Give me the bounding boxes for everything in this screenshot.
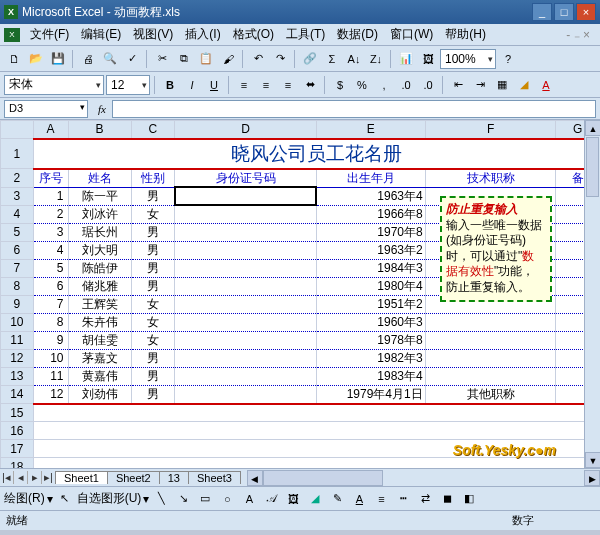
font-combo[interactable]: 宋体: [4, 75, 104, 95]
sort-asc-button[interactable]: A↓: [344, 49, 364, 69]
textbox-icon[interactable]: A: [239, 489, 259, 509]
help-button[interactable]: ?: [498, 49, 518, 69]
format-painter-button[interactable]: 🖌: [218, 49, 238, 69]
cell-name[interactable]: 刘大明: [68, 241, 131, 259]
copy-button[interactable]: ⧉: [174, 49, 194, 69]
print-button[interactable]: 🖨: [78, 49, 98, 69]
row-12[interactable]: 12: [1, 349, 34, 367]
cell[interactable]: [33, 404, 584, 422]
font-color-icon[interactable]: A: [349, 489, 369, 509]
font-color-button[interactable]: A: [536, 75, 556, 95]
hdr-id[interactable]: 身份证号码: [175, 169, 317, 188]
sum-button[interactable]: Σ: [322, 49, 342, 69]
link-button[interactable]: 🔗: [300, 49, 320, 69]
hdr-seq[interactable]: 序号: [33, 169, 68, 188]
cell-seq[interactable]: 9: [33, 331, 68, 349]
line-style-icon[interactable]: ≡: [371, 489, 391, 509]
cell-gender[interactable]: 男: [131, 259, 175, 277]
open-button[interactable]: 📂: [26, 49, 46, 69]
scroll-right-icon[interactable]: ▶: [584, 470, 600, 486]
cell-seq[interactable]: 3: [33, 223, 68, 241]
row-17[interactable]: 17: [1, 440, 34, 458]
underline-button[interactable]: U: [204, 75, 224, 95]
cell-id[interactable]: [175, 187, 317, 205]
fill-color-button[interactable]: ◢: [514, 75, 534, 95]
cell[interactable]: [33, 422, 584, 440]
rect-icon[interactable]: ▭: [195, 489, 215, 509]
cell-seq[interactable]: 12: [33, 385, 68, 404]
cell-name[interactable]: 刘冰许: [68, 205, 131, 223]
cell-seq[interactable]: 8: [33, 313, 68, 331]
cell-rem[interactable]: [556, 205, 584, 223]
row-3[interactable]: 3: [1, 187, 34, 205]
tab-sheet3[interactable]: Sheet3: [188, 471, 241, 484]
align-center-button[interactable]: ≡: [256, 75, 276, 95]
zoom-combo[interactable]: 100%: [440, 49, 496, 69]
chart-button[interactable]: 📊: [396, 49, 416, 69]
row-14[interactable]: 14: [1, 385, 34, 404]
cell-rem[interactable]: [556, 313, 584, 331]
row-4[interactable]: 4: [1, 205, 34, 223]
tab-next[interactable]: ▸: [28, 471, 42, 484]
vertical-scrollbar[interactable]: ▲ ▼: [584, 120, 600, 468]
cell-rem[interactable]: [556, 367, 584, 385]
bold-button[interactable]: B: [160, 75, 180, 95]
cell-dob[interactable]: 1970年8: [316, 223, 425, 241]
preview-button[interactable]: 🔍: [100, 49, 120, 69]
tab-last[interactable]: ▸|: [42, 471, 56, 484]
cell-dob[interactable]: 1963年4: [316, 187, 425, 205]
cell-seq[interactable]: 10: [33, 349, 68, 367]
hdr-dob[interactable]: 出生年月: [316, 169, 425, 188]
size-combo[interactable]: 12: [106, 75, 150, 95]
cell-name[interactable]: 黄嘉伟: [68, 367, 131, 385]
cell-gender[interactable]: 男: [131, 277, 175, 295]
cell-gender[interactable]: 男: [131, 187, 175, 205]
doc-icon[interactable]: X: [4, 28, 20, 42]
cell-name[interactable]: 琚长州: [68, 223, 131, 241]
cell-rem[interactable]: [556, 223, 584, 241]
menu-file[interactable]: 文件(F): [24, 24, 75, 45]
menu-edit[interactable]: 编辑(E): [75, 24, 127, 45]
menu-help[interactable]: 帮助(H): [439, 24, 492, 45]
help-search[interactable]: - ₋ ×: [560, 26, 596, 44]
cell-name[interactable]: 储兆雅: [68, 277, 131, 295]
align-left-button[interactable]: ≡: [234, 75, 254, 95]
row-16[interactable]: 16: [1, 422, 34, 440]
scroll-down-icon[interactable]: ▼: [585, 452, 600, 468]
cell-title[interactable]: [425, 331, 556, 349]
hdr-title[interactable]: 技术职称: [425, 169, 556, 188]
cell-gender[interactable]: 女: [131, 331, 175, 349]
indent-dec-button[interactable]: ⇤: [448, 75, 468, 95]
scroll-left-icon[interactable]: ◀: [247, 470, 263, 486]
cell-dob[interactable]: 1978年8: [316, 331, 425, 349]
cell-id[interactable]: [175, 349, 317, 367]
align-right-button[interactable]: ≡: [278, 75, 298, 95]
cell-seq[interactable]: 6: [33, 277, 68, 295]
3d-icon[interactable]: ◧: [459, 489, 479, 509]
cell-seq[interactable]: 4: [33, 241, 68, 259]
sort-desc-button[interactable]: Z↓: [366, 49, 386, 69]
row-2[interactable]: 2: [1, 169, 34, 188]
cell-name[interactable]: 陈一平: [68, 187, 131, 205]
cell[interactable]: [33, 458, 584, 469]
fill-icon[interactable]: ◢: [305, 489, 325, 509]
tab-sheet2[interactable]: Sheet2: [107, 471, 160, 484]
cell-gender[interactable]: 女: [131, 313, 175, 331]
cell-seq[interactable]: 7: [33, 295, 68, 313]
cell-dob[interactable]: 1966年8: [316, 205, 425, 223]
col-B[interactable]: B: [68, 121, 131, 139]
horizontal-scrollbar[interactable]: ◀ ▶: [247, 470, 600, 486]
menu-data[interactable]: 数据(D): [331, 24, 384, 45]
hdr-name[interactable]: 姓名: [68, 169, 131, 188]
cell-seq[interactable]: 1: [33, 187, 68, 205]
cut-button[interactable]: ✂: [152, 49, 172, 69]
cell-dob[interactable]: 1960年3: [316, 313, 425, 331]
hscroll-thumb[interactable]: [263, 470, 383, 486]
italic-button[interactable]: I: [182, 75, 202, 95]
cell-id[interactable]: [175, 205, 317, 223]
undo-button[interactable]: ↶: [248, 49, 268, 69]
col-G[interactable]: G: [556, 121, 584, 139]
tab-13[interactable]: 13: [159, 471, 189, 484]
wordart-icon[interactable]: 𝒜: [261, 489, 281, 509]
row-11[interactable]: 11: [1, 331, 34, 349]
